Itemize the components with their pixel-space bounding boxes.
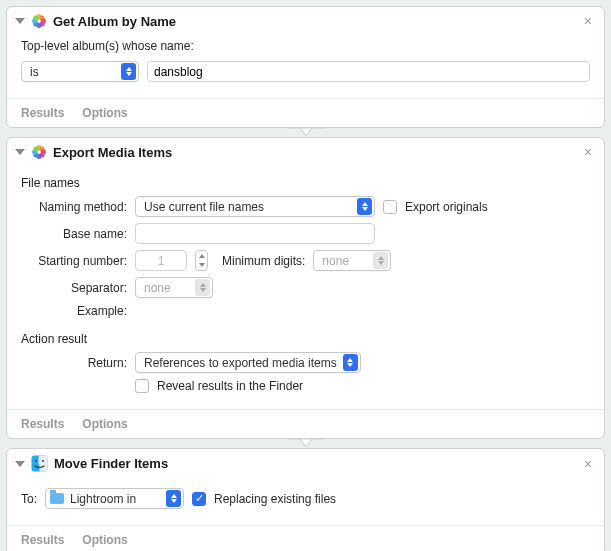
photos-app-icon	[31, 144, 47, 160]
action-title: Move Finder Items	[54, 456, 574, 471]
reveal-checkbox[interactable]	[135, 379, 149, 393]
starting-number-input	[135, 250, 187, 271]
popup-arrows-icon	[343, 354, 358, 371]
action-footer: Results Options	[7, 98, 604, 127]
action-title: Export Media Items	[53, 145, 574, 160]
action-footer: Results Options	[7, 409, 604, 438]
action-result-heading: Action result	[21, 332, 590, 346]
folder-icon	[50, 493, 64, 504]
photos-app-icon	[31, 13, 47, 29]
replace-label: Replacing existing files	[214, 492, 336, 506]
starting-number-stepper	[195, 250, 208, 271]
action-header: Move Finder Items ×	[7, 449, 604, 478]
action-move-finder-items: Move Finder Items × To: Lightroom in Rep…	[6, 448, 605, 551]
close-icon[interactable]: ×	[580, 13, 596, 29]
finder-app-icon	[31, 455, 48, 472]
return-value: References to exported media items	[144, 356, 337, 370]
separator-value: none	[144, 281, 171, 295]
options-tab[interactable]: Options	[82, 417, 127, 431]
separator-label: Separator:	[29, 281, 127, 295]
svg-point-17	[35, 460, 37, 462]
name-operator-value: is	[30, 65, 39, 79]
disclosure-triangle-icon[interactable]	[15, 149, 25, 155]
disclosure-triangle-icon[interactable]	[15, 18, 25, 24]
return-label: Return:	[29, 356, 127, 370]
svg-point-18	[42, 460, 44, 462]
popup-arrows-icon	[357, 198, 372, 215]
action-get-album: Get Album by Name × Top-level album(s) w…	[6, 6, 605, 128]
base-name-label: Base name:	[29, 227, 127, 241]
replace-checkbox[interactable]	[192, 492, 206, 506]
options-tab[interactable]: Options	[82, 533, 127, 547]
disclosure-triangle-icon[interactable]	[15, 461, 25, 467]
album-name-input[interactable]	[147, 61, 590, 82]
action-footer: Results Options	[7, 525, 604, 551]
options-tab[interactable]: Options	[82, 106, 127, 120]
close-icon[interactable]: ×	[580, 456, 596, 472]
separator-popup: none	[135, 277, 213, 298]
naming-method-popup[interactable]: Use current file names	[135, 196, 375, 217]
action-export-media: Export Media Items × File names Naming m…	[6, 137, 605, 439]
export-originals-checkbox[interactable]	[383, 200, 397, 214]
destination-folder-name: Lightroom in	[70, 492, 156, 506]
base-name-input	[135, 223, 375, 244]
results-tab[interactable]: Results	[21, 533, 64, 547]
to-label: To:	[21, 492, 37, 506]
action-header: Export Media Items ×	[7, 138, 604, 166]
popup-arrows-icon	[373, 252, 388, 269]
example-label: Example:	[29, 304, 127, 318]
reveal-label: Reveal results in the Finder	[157, 379, 303, 393]
results-tab[interactable]: Results	[21, 106, 64, 120]
action-header: Get Album by Name ×	[7, 7, 604, 35]
popup-arrows-icon	[121, 63, 136, 80]
svg-point-7	[33, 15, 38, 20]
popup-arrows-icon	[195, 279, 210, 296]
export-originals-label: Export originals	[405, 200, 488, 214]
name-operator-popup[interactable]: is	[21, 61, 139, 82]
results-tab[interactable]: Results	[21, 417, 64, 431]
naming-method-value: Use current file names	[144, 200, 264, 214]
destination-folder-popup[interactable]: Lightroom in	[45, 488, 184, 509]
filenames-heading: File names	[21, 176, 590, 190]
album-prompt-label: Top-level album(s) whose name:	[21, 39, 590, 53]
svg-point-15	[33, 146, 38, 151]
min-digits-label: Minimum digits:	[222, 254, 305, 268]
min-digits-value: none	[322, 254, 349, 268]
close-icon[interactable]: ×	[580, 144, 596, 160]
naming-method-label: Naming method:	[29, 200, 127, 214]
action-title: Get Album by Name	[53, 14, 574, 29]
popup-arrows-icon	[166, 490, 181, 507]
return-popup[interactable]: References to exported media items	[135, 352, 361, 373]
starting-number-label: Starting number:	[29, 254, 127, 268]
min-digits-popup: none	[313, 250, 391, 271]
